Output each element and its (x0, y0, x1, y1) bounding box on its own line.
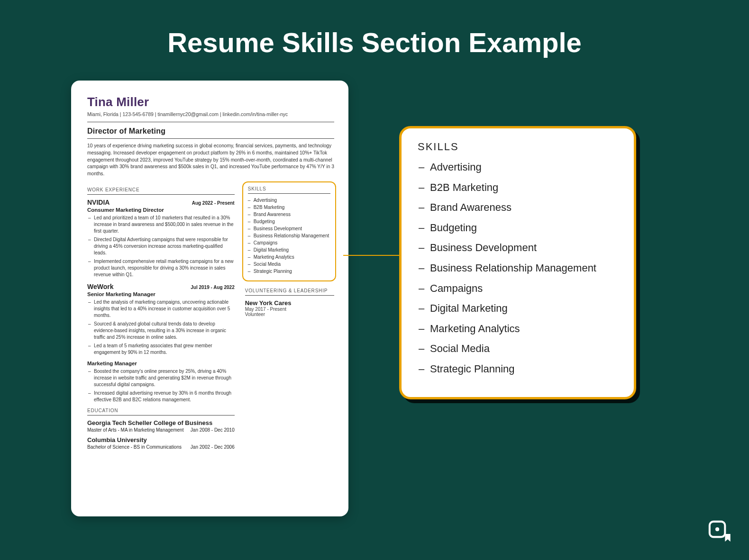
edu-dates: Jan 2008 - Dec 2010 (191, 427, 235, 433)
bullet: Sourced & analyzed global cultural trend… (87, 321, 235, 341)
skill-item: Business Relationship Management (418, 262, 618, 275)
skill-item: Brand Awareness (248, 212, 330, 217)
section-education-label: EDUCATION (87, 408, 235, 413)
skills-zoom-card: SKILLS Advertising B2B Marketing Brand A… (399, 126, 636, 399)
skill-item: Brand Awareness (418, 201, 618, 215)
bullet: Led the analysis of marketing campaigns,… (87, 299, 235, 319)
vol-dates: May 2017 - Present (245, 307, 334, 312)
job-bullets: Boosted the company's online presence by… (87, 368, 235, 403)
skill-item: Marketing Analytics (418, 322, 618, 336)
skill-item: Marketing Analytics (248, 254, 330, 260)
zoom-heading: SKILLS (418, 141, 618, 153)
skill-item: Digital Marketing (418, 302, 618, 316)
job-title: Consumer Marketing Director (87, 207, 235, 213)
skill-item: Advertising (248, 198, 330, 203)
skill-item: Budgeting (248, 219, 330, 224)
bullet: Implemented comprehensive retail marketi… (87, 258, 235, 278)
skill-item: Business Development (418, 241, 618, 255)
edu-dates: Jan 2002 - Dec 2006 (191, 444, 235, 450)
skill-item: B2B Marketing (248, 205, 330, 210)
svg-point-1 (715, 527, 719, 531)
skill-item: Strategic Planning (418, 362, 618, 376)
divider (248, 193, 330, 194)
bullet: Led and prioritized a team of 10 markete… (87, 215, 235, 235)
brand-logo-icon (707, 519, 732, 544)
skill-item: Business Development (248, 226, 330, 231)
job-dates: Aug 2022 - Present (192, 200, 235, 206)
edu-degree: Bachelor of Science - BS in Communicatio… (87, 444, 182, 450)
skill-item: Social Media (248, 262, 330, 267)
vol-org: New York Cares (245, 299, 334, 307)
skills-highlight-box: SKILLS Advertising B2B Marketing Brand A… (242, 181, 336, 281)
skill-item: Business Relationship Management (248, 233, 330, 238)
skills-list-small: Advertising B2B Marketing Brand Awarenes… (248, 198, 330, 274)
section-work-label: WORK EXPERIENCE (87, 187, 235, 192)
skill-item: Digital Marketing (248, 247, 330, 253)
divider (87, 194, 235, 195)
edu-degree: Master of Arts - MA in Marketing Managem… (87, 427, 183, 433)
bullet: Led a team of 5 marketing associates tha… (87, 343, 235, 356)
bullet: Increased digital advertising revenue by… (87, 390, 235, 403)
resume-summary: 10 years of experience driving marketing… (87, 143, 334, 178)
job-dates: Jul 2019 - Aug 2022 (191, 285, 234, 290)
resume-name: Tina Miller (87, 95, 334, 109)
page-title: Resume Skills Section Example (0, 0, 749, 58)
divider (245, 295, 334, 296)
resume-contact: Miami, Florida | 123-545-6789 | tinamill… (87, 111, 334, 117)
skill-item: Strategic Planning (248, 269, 330, 274)
skill-item: Advertising (418, 161, 618, 174)
vol-role: Volunteer (245, 312, 334, 317)
edu-school: Columbia University (87, 436, 235, 443)
section-skills-label: SKILLS (248, 186, 330, 191)
job-bullets: Led the analysis of marketing campaigns,… (87, 299, 235, 356)
edu-school: Georgia Tech Scheller College of Busines… (87, 419, 235, 426)
bullet: Boosted the company's online presence by… (87, 368, 235, 388)
divider (87, 415, 235, 415)
skill-item: Campaigns (248, 240, 330, 245)
resume-role: Director of Marketing (87, 127, 334, 139)
bullet: Directed Digital Advertising campaigns t… (87, 236, 235, 256)
volunteering-block: New York Cares May 2017 - Present Volunt… (245, 299, 334, 317)
job-company: NVIDIA (87, 199, 110, 206)
callout-connector (343, 255, 400, 256)
resume-card: Tina Miller Miami, Florida | 123-545-678… (71, 81, 348, 516)
skill-item: B2B Marketing (418, 181, 618, 195)
divider (87, 122, 334, 122)
job-company: WeWork (87, 283, 114, 290)
skill-item: Budgeting (418, 221, 618, 235)
job-title: Senior Marketing Manager (87, 291, 235, 297)
job-title: Marketing Manager (87, 361, 235, 366)
skills-list-large: Advertising B2B Marketing Brand Awarenes… (418, 161, 618, 376)
job-bullets: Led and prioritized a team of 10 markete… (87, 215, 235, 278)
skill-item: Social Media (418, 342, 618, 356)
section-volunteering-label: VOLUNTEERING & LEADERSHIP (245, 288, 334, 293)
skill-item: Campaigns (418, 282, 618, 296)
